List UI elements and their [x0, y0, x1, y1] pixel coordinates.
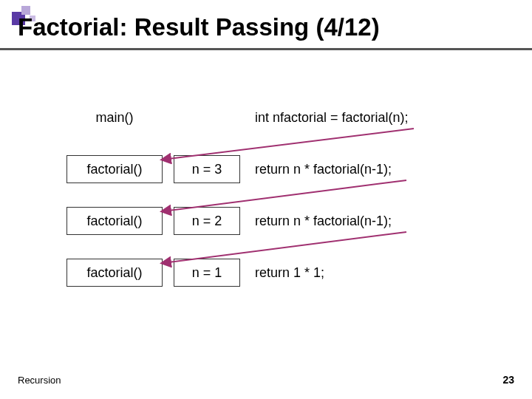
func-label: factorial() — [66, 207, 163, 235]
func-label: main() — [66, 103, 163, 132]
title-underline — [0, 48, 532, 50]
stack-row-main: main() int nfactorial = factorial(n); — [66, 103, 488, 134]
page-title: Factorial: Result Passing (4/12) — [18, 13, 520, 41]
code-text: int nfactorial = factorial(n); — [255, 103, 409, 132]
code-text: return n * factorial(n-1); — [255, 207, 392, 235]
footer-page-number: 23 — [502, 374, 514, 386]
footer-label: Recursion — [18, 375, 61, 386]
code-text: return n * factorial(n-1); — [255, 155, 392, 183]
stack-row-factorial: factorial() n = 3 return n * factorial(n… — [66, 155, 488, 186]
state-label: n = 2 — [174, 207, 240, 235]
slide: Factorial: Result Passing (4/12) main() … — [0, 0, 532, 399]
stack-row-factorial: factorial() n = 1 return 1 * 1; — [66, 259, 488, 290]
func-label: factorial() — [66, 155, 163, 183]
func-label: factorial() — [66, 259, 163, 287]
state-label: n = 1 — [174, 259, 240, 287]
stack-row-factorial: factorial() n = 2 return n * factorial(n… — [66, 207, 488, 238]
code-text: return 1 * 1; — [255, 259, 324, 287]
title-area: Factorial: Result Passing (4/12) — [18, 13, 520, 41]
state-label: n = 3 — [174, 155, 240, 183]
call-stack-grid: main() int nfactorial = factorial(n); fa… — [66, 103, 488, 310]
